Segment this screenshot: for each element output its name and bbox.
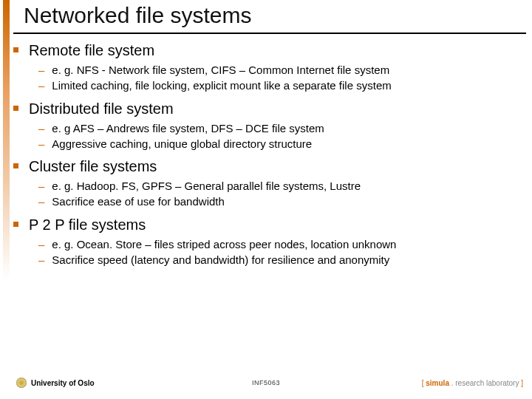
footer: University of Oslo INF5063 [ simula . re… bbox=[0, 375, 532, 390]
sub-item: – e. g. Hadoop. FS, GPFS – General paral… bbox=[38, 179, 525, 194]
sub-item: – e. g. Ocean. Store – files striped acr… bbox=[38, 237, 525, 252]
dash-icon: – bbox=[38, 121, 44, 136]
footer-right: [ simula . research laboratory ] bbox=[422, 379, 523, 387]
list-item: P 2 P file systems – e. g. Ocean. Store … bbox=[13, 216, 525, 268]
bracket-close: ] bbox=[521, 379, 523, 387]
university-name: University of Oslo bbox=[31, 379, 95, 387]
brand-name: simula bbox=[426, 379, 449, 387]
bullet-icon bbox=[13, 163, 18, 168]
content-area: Remote file system – e. g. NFS - Network… bbox=[13, 41, 525, 273]
bullet-icon bbox=[13, 106, 18, 111]
sub-text: e. g. NFS - Network file system, CIFS – … bbox=[52, 63, 389, 78]
dash-icon: – bbox=[38, 253, 44, 267]
section-heading: Remote file system bbox=[29, 41, 154, 60]
section-heading: P 2 P file systems bbox=[29, 216, 146, 234]
footer-left: University of Oslo bbox=[16, 378, 95, 388]
sub-text: e. g. Hadoop. FS, GPFS – General paralle… bbox=[52, 179, 361, 194]
dash-icon: – bbox=[38, 237, 44, 252]
sub-item: – e. g. NFS - Network file system, CIFS … bbox=[38, 63, 525, 78]
title-underline bbox=[13, 33, 526, 34]
section-heading: Cluster file systems bbox=[29, 157, 157, 176]
bullet-icon bbox=[13, 47, 18, 52]
sub-item: – Sacrifice ease of use for bandwidth bbox=[38, 194, 525, 209]
list-item: Distributed file system – e. g AFS – And… bbox=[13, 100, 525, 152]
sub-item: – Sacrifice speed (latency and bandwidth… bbox=[38, 253, 525, 267]
sub-item: – Aggressive caching, unique global dire… bbox=[38, 137, 525, 151]
course-code: INF5063 bbox=[252, 379, 280, 386]
page-title: Networked file systems bbox=[24, 3, 251, 28]
sub-item: – Limited caching, file locking, explici… bbox=[38, 78, 525, 93]
list-item: Remote file system – e. g. NFS - Network… bbox=[13, 41, 525, 94]
sub-text: Aggressive caching, unique global direct… bbox=[52, 137, 312, 151]
university-seal-icon bbox=[16, 378, 27, 388]
sub-text: Limited caching, file locking, explicit … bbox=[52, 78, 391, 93]
dash-icon: – bbox=[38, 179, 44, 194]
dash-icon: – bbox=[38, 137, 44, 151]
slide: Networked file systems Remote file syste… bbox=[0, 0, 532, 399]
brand-rest: . research laboratory bbox=[449, 379, 521, 387]
sub-text: Sacrifice ease of use for bandwidth bbox=[52, 194, 224, 209]
sub-item: – e. g AFS – Andrews file system, DFS – … bbox=[38, 121, 525, 136]
section-heading: Distributed file system bbox=[29, 100, 174, 118]
dash-icon: – bbox=[38, 63, 44, 78]
sub-text: e. g. Ocean. Store – files striped acros… bbox=[52, 237, 396, 252]
sub-text: Sacrifice speed (latency and bandwidth) … bbox=[52, 253, 389, 267]
bullet-icon bbox=[13, 222, 18, 227]
dash-icon: – bbox=[38, 194, 44, 209]
dash-icon: – bbox=[38, 78, 44, 93]
sub-text: e. g AFS – Andrews file system, DFS – DC… bbox=[52, 121, 324, 136]
list-item: Cluster file systems – e. g. Hadoop. FS,… bbox=[13, 157, 525, 210]
accent-bar bbox=[3, 0, 10, 399]
